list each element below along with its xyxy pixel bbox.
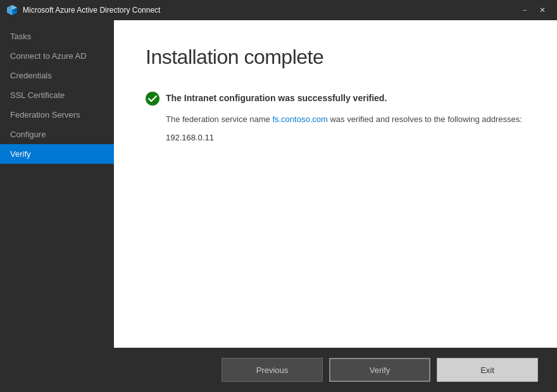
description-text: The federation service name fs.contoso.c… [166,113,525,126]
minimize-button[interactable]: − [516,4,533,16]
federation-link[interactable]: fs.contoso.com [272,114,327,124]
title-bar-controls: − ✕ [516,4,551,16]
sidebar-item-credentials[interactable]: Credentials [0,66,114,85]
previous-button[interactable]: Previous [222,358,323,382]
verify-button[interactable]: Verify [329,358,430,382]
title-bar: Microsoft Azure Active Directory Connect… [0,0,557,20]
sidebar-item-verify[interactable]: Verify [0,144,114,164]
success-section: The Intranet configuration was successfu… [146,91,525,106]
sidebar-item-federation-servers[interactable]: Federation Servers [0,105,114,125]
content-panel: Installation complete The Intranet confi… [114,20,557,348]
title-bar-text: Microsoft Azure Active Directory Connect [23,6,516,15]
close-button[interactable]: ✕ [534,4,551,16]
main-area: Tasks Connect to Azure AD Credentials SS… [0,20,557,348]
ip-address: 192.168.0.11 [166,133,525,142]
svg-point-4 [146,92,160,106]
sidebar-item-configure[interactable]: Configure [0,125,114,144]
sidebar-item-ssl-certificate[interactable]: SSL Certificate [0,85,114,105]
sidebar-item-tasks[interactable]: Tasks [0,27,114,46]
description-suffix: was verified and resolves to the followi… [328,114,522,124]
success-message: The Intranet configuration was successfu… [166,91,387,105]
page-title: Installation complete [146,46,525,69]
success-icon [146,92,160,106]
sidebar: Tasks Connect to Azure AD Credentials SS… [0,20,114,348]
app-icon [6,4,18,16]
sidebar-item-connect-azure-ad[interactable]: Connect to Azure AD [0,46,114,66]
description-prefix: The federation service name [166,114,272,124]
exit-button[interactable]: Exit [437,358,538,382]
svg-marker-1 [7,5,12,15]
footer: Previous Verify Exit [0,348,557,392]
